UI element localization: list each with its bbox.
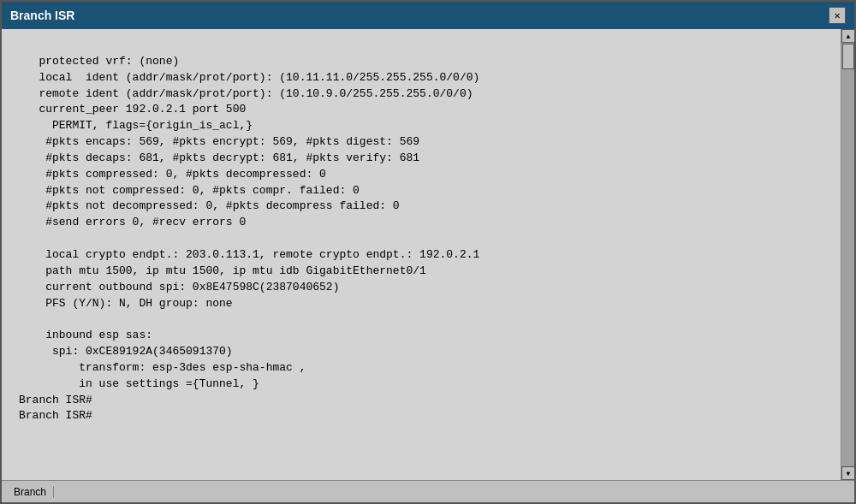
title-bar-controls: ✕ [829,7,846,24]
scroll-track[interactable] [841,43,854,466]
main-window: Branch ISR ✕ protected vrf: (none) local… [0,0,856,504]
title-bar: Branch ISR ✕ [2,2,854,29]
close-button[interactable]: ✕ [829,7,846,24]
status-bar: Branch [2,480,854,502]
scroll-up-button[interactable]: ▲ [841,29,854,43]
terminal-text: protected vrf: (none) local ident (addr/… [19,38,823,424]
status-label: Branch [7,486,54,498]
content-area: protected vrf: (none) local ident (addr/… [2,29,854,480]
scroll-down-button[interactable]: ▼ [841,466,854,480]
terminal-output[interactable]: protected vrf: (none) local ident (addr/… [2,29,841,480]
window-title: Branch ISR [10,9,74,22]
scrollbar: ▲ ▼ [841,29,854,480]
scroll-thumb[interactable] [842,44,854,69]
